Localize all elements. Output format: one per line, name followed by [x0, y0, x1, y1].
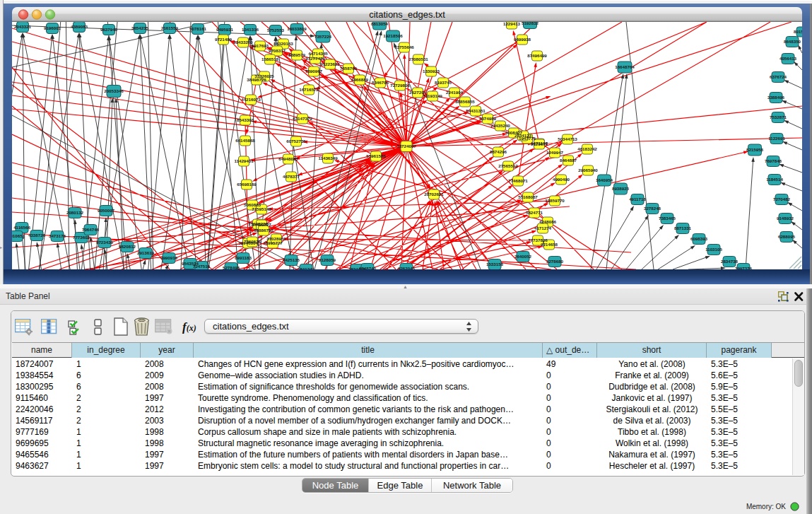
svg-text:88856855: 88856855 — [455, 99, 475, 104]
svg-text:64145868: 64145868 — [235, 138, 255, 143]
svg-text:4374989: 4374989 — [479, 116, 497, 121]
svg-text:38498776: 38498776 — [247, 77, 266, 82]
svg-text:91223623: 91223623 — [320, 62, 340, 66]
svg-text:27565512: 27565512 — [498, 163, 518, 168]
svg-text:3278248: 3278248 — [644, 206, 661, 211]
svg-text:9637940: 9637940 — [100, 27, 118, 32]
svg-text:16716572: 16716572 — [299, 87, 319, 92]
svg-text:65698169: 65698169 — [237, 182, 257, 187]
svg-text:60752735: 60752735 — [286, 139, 306, 144]
svg-text:2128059: 2128059 — [319, 257, 336, 262]
svg-text:1341316: 1341316 — [242, 27, 259, 32]
svg-text:9495931: 9495931 — [216, 27, 234, 32]
svg-text:5752553: 5752553 — [267, 28, 285, 33]
svg-text:9708317: 9708317 — [269, 48, 286, 53]
svg-text:1103105: 1103105 — [705, 247, 722, 252]
svg-text:8874296: 8874296 — [490, 149, 507, 154]
svg-text:73193149: 73193149 — [423, 93, 442, 98]
svg-text:7383465: 7383465 — [659, 216, 676, 221]
svg-text:50344713: 50344713 — [558, 136, 577, 141]
svg-text:19218506: 19218506 — [383, 33, 403, 38]
svg-text:18724007: 18724007 — [396, 144, 416, 148]
svg-text:8917693: 8917693 — [252, 43, 269, 48]
svg-text:9214658: 9214658 — [541, 242, 558, 247]
svg-text:8346706: 8346706 — [372, 80, 389, 85]
svg-text:11429401: 11429401 — [234, 158, 254, 163]
svg-text:7697848: 7697848 — [765, 158, 782, 163]
svg-text:7247510: 7247510 — [193, 264, 211, 269]
svg-text:9721489: 9721489 — [215, 37, 233, 42]
svg-text:63147379: 63147379 — [293, 116, 312, 121]
svg-text:5278680: 5278680 — [546, 259, 564, 264]
svg-text:1249947: 1249947 — [546, 150, 564, 155]
svg-text:2161559: 2161559 — [161, 25, 179, 30]
svg-text:2241904: 2241904 — [446, 90, 464, 95]
svg-text:23435240: 23435240 — [490, 123, 510, 128]
svg-text:8991183: 8991183 — [235, 255, 252, 260]
svg-text:4248086: 4248086 — [539, 219, 557, 224]
svg-text:8010651: 8010651 — [12, 233, 25, 238]
svg-text:8015430: 8015430 — [794, 29, 802, 34]
svg-text:63755646: 63755646 — [394, 45, 414, 49]
svg-text:8813054: 8813054 — [371, 22, 389, 26]
svg-text:5278498: 5278498 — [223, 265, 240, 269]
svg-text:9425135: 9425135 — [283, 257, 300, 262]
svg-text:1184514: 1184514 — [766, 177, 783, 182]
svg-text:6348740: 6348740 — [359, 266, 377, 269]
svg-text:6466889: 6466889 — [351, 77, 369, 82]
svg-text:2834738: 2834738 — [721, 259, 739, 264]
svg-text:7064746: 7064746 — [82, 227, 100, 232]
svg-text:9262045: 9262045 — [398, 266, 416, 269]
svg-text:8889579: 8889579 — [288, 52, 306, 57]
svg-text:3997376: 3997376 — [735, 266, 753, 269]
svg-text:4116566: 4116566 — [13, 225, 30, 230]
svg-text:8464887: 8464887 — [560, 158, 577, 163]
svg-text:64948083: 64948083 — [278, 156, 298, 161]
svg-text:1841241: 1841241 — [298, 267, 315, 269]
svg-text:16648764: 16648764 — [615, 64, 635, 69]
svg-text:4678377: 4678377 — [283, 174, 300, 179]
svg-text:4990916: 4990916 — [160, 255, 178, 260]
svg-text:9723430: 9723430 — [96, 240, 114, 245]
svg-text:29065940: 29065940 — [578, 168, 598, 173]
svg-text:2080132: 2080132 — [66, 210, 84, 215]
svg-text:13859770: 13859770 — [545, 198, 565, 203]
svg-text:6288095: 6288095 — [778, 234, 796, 239]
svg-text:9699938: 9699938 — [514, 37, 531, 42]
svg-text:8648350: 8648350 — [784, 39, 801, 44]
svg-text:28702621: 28702621 — [424, 192, 444, 197]
svg-text:3388496: 3388496 — [767, 95, 785, 100]
svg-text:72729806: 72729806 — [390, 83, 410, 88]
svg-text:8543303: 8543303 — [237, 117, 254, 122]
svg-text:44216073: 44216073 — [241, 97, 261, 102]
svg-text:7532871: 7532871 — [770, 115, 787, 119]
svg-text:27080531: 27080531 — [408, 57, 428, 62]
svg-text:9148932: 9148932 — [777, 216, 794, 221]
svg-text:1533158: 1533158 — [486, 262, 504, 267]
svg-text:7357224: 7357224 — [314, 34, 332, 39]
svg-text:77468071: 77468071 — [508, 178, 528, 183]
svg-text:7658760: 7658760 — [340, 66, 358, 71]
svg-text:20053346: 20053346 — [104, 88, 124, 93]
svg-text:5192832: 5192832 — [522, 22, 539, 25]
svg-text:6376724: 6376724 — [770, 74, 787, 79]
svg-text:9120679: 9120679 — [531, 141, 548, 146]
svg-text:54431351: 54431351 — [466, 108, 486, 113]
svg-text:8938923: 8938923 — [612, 186, 630, 191]
svg-text:65886753: 65886753 — [254, 228, 273, 233]
svg-text:86320163: 86320163 — [273, 41, 293, 46]
svg-text:4171274: 4171274 — [534, 226, 552, 230]
svg-text:2334123: 2334123 — [514, 133, 532, 138]
svg-text:1229413: 1229413 — [503, 22, 521, 26]
svg-text:46183242: 46183242 — [577, 146, 597, 151]
svg-text:9050097: 9050097 — [98, 208, 115, 213]
svg-text:46995777: 46995777 — [263, 240, 283, 245]
svg-text:4990490: 4990490 — [553, 177, 570, 182]
svg-text:16033809: 16033809 — [287, 26, 307, 31]
svg-text:1640954: 1640954 — [596, 177, 613, 182]
svg-text:11436349: 11436349 — [318, 156, 338, 160]
svg-text:14499727: 14499727 — [252, 222, 271, 227]
svg-text:2913619: 2913619 — [137, 250, 155, 255]
svg-text:7773602: 7773602 — [73, 235, 90, 240]
svg-text:8215958: 8215958 — [746, 147, 764, 152]
